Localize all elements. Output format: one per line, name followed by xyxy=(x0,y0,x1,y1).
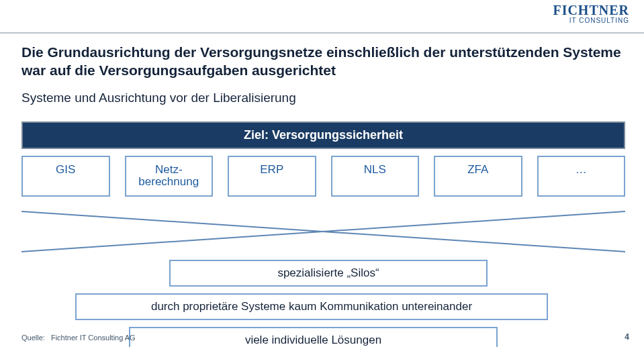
title-line-1: Die Grundausrichtung der Versorgungsnetz… xyxy=(21,44,621,60)
note-kommunikation: durch proprietäre Systeme kaum Kommunika… xyxy=(75,293,548,320)
brand-block: FICHTNER IT CONSULTING xyxy=(553,3,629,24)
page-title: Die Grundausrichtung der Versorgungsnetz… xyxy=(21,43,625,80)
source-value: Fichtner IT Consulting AG xyxy=(51,334,136,342)
system-box-zfa: ZFA xyxy=(434,156,522,197)
note-silos: spezialisierte „Silos“ xyxy=(169,260,488,287)
system-box-gis: GIS xyxy=(21,156,110,197)
title-line-2: war auf die Versorgungsaufgaben ausgeric… xyxy=(21,62,336,78)
slide: FICHTNER IT CONSULTING Die Grundausricht… xyxy=(0,0,644,347)
system-box-erp: ERP xyxy=(228,156,316,197)
system-box-row: GIS Netz- berechnung ERP NLS ZFA … xyxy=(21,156,625,197)
page-subtitle: Systeme und Ausrichtung vor der Liberali… xyxy=(21,91,625,105)
connector-lines xyxy=(21,206,625,257)
page-number: 4 xyxy=(625,332,629,342)
source-label: Quelle: xyxy=(21,334,45,342)
divider-top xyxy=(0,32,644,34)
system-box-nls: NLS xyxy=(331,156,420,197)
goal-banner: Ziel: Versorgungssicherheit xyxy=(21,121,625,149)
system-box-netzberechnung: Netz- berechnung xyxy=(125,156,214,197)
system-box-ellipsis: … xyxy=(537,156,626,197)
system-box-line-2: berechnung xyxy=(129,176,210,189)
system-box-line-1: Netz- xyxy=(129,164,210,177)
note-loesungen: viele individuelle Lösungen xyxy=(129,327,498,347)
source-footer: Quelle: Fichtner IT Consulting AG xyxy=(21,334,136,342)
brand-name: FICHTNER xyxy=(553,3,629,18)
